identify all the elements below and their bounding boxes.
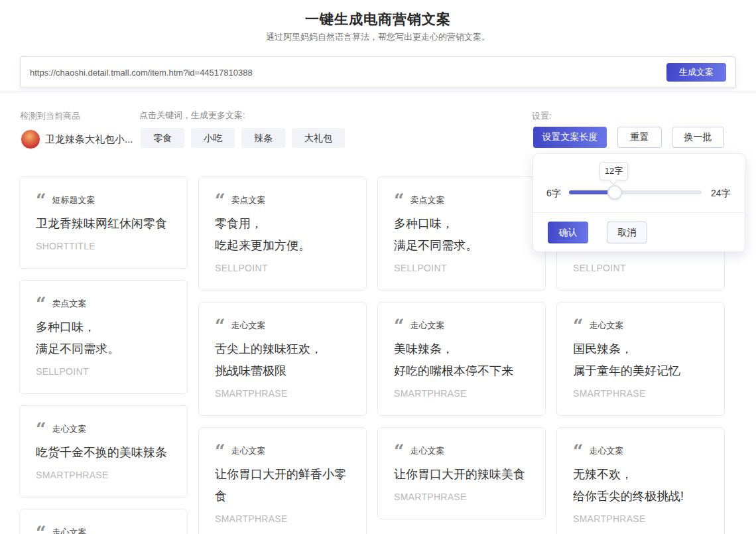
card-type-label: 卖点文案: [52, 297, 87, 310]
card-category: SMARTPHRASE: [394, 388, 529, 399]
quote-icon: “: [573, 318, 584, 330]
copy-card-smartphrase[interactable]: “ 走心文案 让你胃口大开的鲜香小零食 SMARTPHRASE: [198, 427, 367, 534]
card-text-line: 吃货千金不换的美味辣条: [36, 442, 171, 464]
card-category: SMARTPHRASE: [394, 492, 529, 503]
copy-card-sellpoint[interactable]: “ 卖点文案 多种口味， 满足不同需求。 SELLPOINT: [19, 280, 188, 394]
card-type-label: 卖点文案: [410, 193, 445, 206]
copy-card-shorttitle[interactable]: “ 短标题文案 卫龙香辣味网红休闲零食 SHORTTITLE: [19, 176, 188, 269]
cards-column-3: “ 卖点文案 多种口味， 满足不同需求。 SELLPOINT “ 走心文案 美味…: [377, 176, 546, 519]
keyword-chips: 零食 小吃 辣条 大礼包: [141, 128, 345, 148]
keyword-chip-latiao[interactable]: 辣条: [241, 128, 285, 148]
card-type-label: 短标题文案: [52, 193, 95, 206]
popup-divider: [533, 212, 745, 213]
card-category: SMARTPHRASE: [215, 388, 350, 399]
quote-icon: “: [573, 444, 584, 456]
card-category: SHORTTITLE: [36, 241, 171, 252]
length-slider-track[interactable]: [569, 190, 702, 194]
card-category: SMARTPHRASE: [573, 388, 708, 399]
card-text-line: 好吃的嘴根本停不下来: [394, 360, 529, 382]
keywords-hint-label: 点击关键词，生成更多文案:: [139, 109, 245, 121]
refresh-batch-button[interactable]: 换一批: [672, 127, 724, 148]
card-text-line: 给你舌尖的终极挑战!: [573, 486, 708, 507]
card-type-label: 走心文案: [52, 422, 87, 435]
cancel-button[interactable]: 取消: [607, 222, 647, 243]
copy-card-partial[interactable]: “ 走心文案: [19, 509, 188, 534]
quote-icon: “: [215, 444, 225, 456]
card-text-line: 吃起来更加方便。: [215, 235, 350, 257]
card-category: SMARTPHRASE: [215, 513, 350, 525]
card-category: SMARTPHRASE: [36, 470, 171, 481]
slider-min-label: 6字: [546, 188, 561, 200]
url-input-box: 生成文案: [20, 56, 736, 88]
quote-icon: “: [394, 318, 405, 330]
card-text-line: 美味辣条，: [394, 338, 529, 360]
copy-card-smartphrase[interactable]: “ 走心文案 舌尖上的辣味狂欢， 挑战味蕾极限 SMARTPHRASE: [198, 302, 367, 416]
length-setting-popup: 12字 6字 24字 确认 取消: [533, 153, 745, 252]
card-category: SELLPOINT: [394, 263, 529, 274]
confirm-button[interactable]: 确认: [548, 222, 588, 243]
copy-card-smartphrase[interactable]: “ 走心文案 让你胃口大开的辣味美食 SMARTPHRASE: [377, 427, 546, 519]
card-text-line: 让你胃口大开的辣味美食: [394, 464, 529, 486]
length-slider-handle[interactable]: [607, 185, 622, 200]
card-text-line: 满足不同需求。: [36, 338, 171, 360]
page-subtitle: 通过阿里妈妈自然语言算法，帮您写出更走心的营销文案。: [0, 31, 756, 43]
card-text-line: 卫龙香辣味网红休闲零食: [36, 213, 171, 235]
cards-column-2: “ 卖点文案 零食用， 吃起来更加方便。 SELLPOINT “ 走心文案 舌尖…: [198, 176, 367, 534]
card-type-label: 卖点文案: [231, 193, 266, 206]
keyword-chip-lingshi[interactable]: 零食: [141, 128, 184, 148]
card-category: SELLPOINT: [573, 263, 708, 274]
card-text-line: 国民辣条，: [573, 338, 708, 360]
card-text-line: 多种口味，: [36, 316, 171, 338]
copy-card-smartphrase[interactable]: “ 走心文案 美味辣条， 好吃的嘴根本停不下来 SMARTPHRASE: [377, 302, 546, 416]
keyword-chip-dalibao[interactable]: 大礼包: [292, 128, 345, 148]
card-type-label: 走心文案: [231, 444, 266, 457]
slider-max-label: 24字: [711, 188, 731, 200]
copy-card-sellpoint[interactable]: “ 卖点文案 多种口味， 满足不同需求。 SELLPOINT: [377, 176, 546, 291]
copy-card-smartphrase[interactable]: “ 走心文案 无辣不欢， 给你舌尖的终极挑战! SMARTPHRASE: [556, 427, 725, 534]
cards-column-1: “ 短标题文案 卫龙香辣味网红休闲零食 SHORTTITLE “ 卖点文案 多种…: [19, 176, 188, 534]
detected-product-label: 检测到当前商品: [20, 110, 80, 122]
card-type-label: 走心文案: [410, 444, 445, 457]
generate-copy-button[interactable]: 生成文案: [666, 63, 726, 82]
header-divider: [0, 92, 756, 92]
card-type-label: 走心文案: [231, 318, 266, 332]
copy-card-sellpoint[interactable]: “ 卖点文案 零食用， 吃起来更加方便。 SELLPOINT: [198, 176, 367, 291]
card-type-label: 走心文案: [52, 525, 87, 534]
card-text-line: 舌尖上的辣味狂欢，: [215, 338, 350, 360]
card-text-line: 满足不同需求。: [394, 235, 529, 257]
quote-icon: “: [215, 318, 225, 330]
card-type-label: 走心文案: [590, 318, 624, 332]
card-text-line: 让你胃口大开的鲜香小零食: [215, 464, 350, 507]
quote-icon: “: [215, 193, 225, 205]
card-text-line: 挑战味蕾极限: [215, 360, 350, 382]
reset-button[interactable]: 重置: [617, 127, 662, 148]
product-name: 卫龙辣条大礼包小...: [45, 133, 133, 146]
card-category: SMARTPHRASE: [573, 513, 708, 525]
product-thumbnail: [21, 129, 40, 149]
url-input[interactable]: [30, 68, 666, 78]
copy-card-smartphrase[interactable]: “ 走心文案 国民辣条， 属于童年的美好记忆 SMARTPHRASE: [556, 302, 725, 416]
card-category: SELLPOINT: [215, 263, 350, 274]
settings-buttons: 设置文案长度 重置 换一批: [533, 127, 724, 148]
quote-icon: “: [394, 444, 405, 456]
copy-card-smartphrase[interactable]: “ 走心文案 吃货千金不换的美味辣条 SMARTPHRASE: [19, 405, 188, 498]
quote-icon: “: [36, 525, 46, 534]
card-type-label: 走心文案: [590, 444, 624, 457]
set-length-button[interactable]: 设置文案长度: [533, 127, 607, 148]
settings-label: 设置:: [532, 110, 552, 122]
card-text-line: 无辣不欢，: [573, 464, 708, 486]
quote-icon: “: [36, 422, 46, 434]
copy-generator-page: 一键生成电商营销文案 通过阿里妈妈自然语言算法，帮您写出更走心的营销文案。 生成…: [0, 0, 756, 534]
card-type-label: 走心文案: [410, 318, 445, 332]
quote-icon: “: [36, 193, 46, 205]
quote-icon: “: [36, 297, 46, 308]
keyword-chip-xiaochi[interactable]: 小吃: [191, 128, 235, 148]
card-text-line: 多种口味，: [394, 213, 529, 235]
quote-icon: “: [394, 193, 405, 205]
card-category: SELLPOINT: [36, 366, 171, 377]
card-text-line: 属于童年的美好记忆: [573, 360, 708, 382]
page-title: 一键生成电商营销文案: [0, 10, 756, 29]
card-text-line: 零食用，: [215, 213, 350, 235]
